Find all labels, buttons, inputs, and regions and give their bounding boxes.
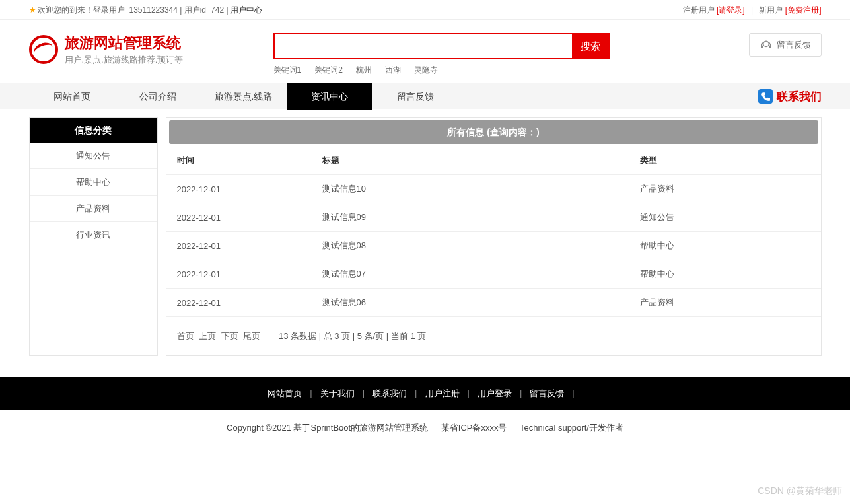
new-user-label: 新用户 [759,5,783,15]
table-row[interactable]: 2022-12-01测试信息08帮助中心 [166,232,821,260]
sidebar-item[interactable]: 行业资讯 [30,222,157,248]
separator: | [468,388,470,398]
separator: | [310,388,312,398]
sidebar-header: 信息分类 [30,118,157,143]
footer-link[interactable]: 用户注册 [425,388,460,398]
search-button[interactable]: 搜索 [572,34,609,58]
table-cell: 产品资料 [629,289,821,317]
site-title: 旅游网站管理系统 [65,33,184,53]
separator: | [520,388,522,398]
contact-us-button[interactable]: 联系我们 [758,89,822,104]
footer-nav: 网站首页|关于我们|联系我们|用户注册|用户登录|留言反馈| [0,377,850,410]
keyword-link[interactable]: 关键词1 [273,65,302,75]
feedback-label: 留言反馈 [777,39,811,51]
table-cell: 2022-12-01 [166,203,312,232]
register-link[interactable]: [免费注册] [785,5,822,15]
table-cell: 帮助中心 [629,260,821,289]
copyright-text: Copyright ©2021 基于SprintBoot的旅游网站管理系统 [227,423,428,433]
table-cell: 2022-12-01 [166,260,312,289]
welcome-text: 欢迎您的到来！登录用户=13511223344 | 用户id=742 | [38,5,230,15]
table-row[interactable]: 2022-12-01测试信息07帮助中心 [166,260,821,289]
table-row[interactable]: 2022-12-01测试信息09通知公告 [166,203,821,232]
sidebar: 信息分类 通知公告帮助中心产品资料行业资讯 [29,117,158,356]
feedback-button[interactable]: 留言反馈 [749,33,822,57]
footer-link[interactable]: 留言反馈 [530,388,564,398]
content-panel: 所有信息 (查询内容：) 时间标题类型 2022-12-01测试信息10产品资料… [166,117,822,356]
table-cell: 测试信息07 [312,260,629,289]
topbar-left: ★欢迎您的到来！登录用户=13511223344 | 用户id=742 | 用户… [29,0,262,20]
svg-rect-2 [769,46,771,48]
sidebar-item[interactable]: 通知公告 [30,143,157,169]
footer-link[interactable]: 用户登录 [478,388,512,398]
support-text: Technical support/开发作者 [520,423,623,433]
star-icon: ★ [29,5,36,15]
contact-us-label: 联系我们 [777,89,822,104]
separator: | [572,388,574,398]
nav-item[interactable]: 旅游景点.线路 [201,83,287,110]
table-row[interactable]: 2022-12-01测试信息10产品资料 [166,175,821,203]
sidebar-item[interactable]: 产品资料 [30,196,157,222]
nav-item[interactable]: 留言反馈 [372,83,458,110]
page-info: 13 条数据 | 总 3 页 | 5 条/页 | 当前 1 页 [279,331,426,341]
footer-link[interactable]: 关于我们 [320,388,355,398]
page-last[interactable]: 尾页 [243,331,260,341]
table-row[interactable]: 2022-12-01测试信息06产品资料 [166,289,821,317]
search-box: 搜索 [273,33,610,59]
icp-text: 某省ICP备xxxx号 [441,423,507,433]
page-prev[interactable]: 上页 [199,331,216,341]
table-cell: 2022-12-01 [166,175,312,203]
nav-item[interactable]: 网站首页 [29,83,115,110]
search-input[interactable] [275,34,572,58]
sidebar-item[interactable]: 帮助中心 [30,169,157,196]
separator: | [415,388,417,398]
table-cell: 测试信息09 [312,203,629,232]
separator: | [363,388,365,398]
pagination: 首页 上页 下页 尾页 13 条数据 | 总 3 页 | 5 条/页 | 当前 … [166,317,821,355]
search-keywords: 关键词1关键词2杭州西湖灵隐寺 [273,65,749,76]
info-table: 时间标题类型 2022-12-01测试信息10产品资料2022-12-01测试信… [166,147,821,317]
table-header: 标题 [312,147,629,175]
table-cell: 帮助中心 [629,232,821,260]
svg-rect-1 [761,46,763,48]
footer-link[interactable]: 网站首页 [267,388,302,398]
phone-icon [758,89,773,104]
table-cell: 测试信息06 [312,289,629,317]
keyword-link[interactable]: 关键词2 [314,65,343,75]
footer-link[interactable]: 联系我们 [372,388,407,398]
table-cell: 产品资料 [629,175,821,203]
headset-icon [760,38,773,52]
login-link[interactable]: [请登录] [717,5,745,15]
logo-area: 旅游网站管理系统 用户.景点.旅游线路推荐.预订等 [29,33,273,66]
registered-user-label: 注册用户 [683,5,715,15]
table-cell: 测试信息08 [312,232,629,260]
table-cell: 测试信息10 [312,175,629,203]
user-center-link[interactable]: 用户中心 [230,5,262,15]
keyword-link[interactable]: 灵隐寺 [414,65,438,75]
table-header: 时间 [166,147,312,175]
table-cell: 2022-12-01 [166,289,312,317]
page-first[interactable]: 首页 [177,331,194,341]
nav-item[interactable]: 公司介绍 [115,83,201,110]
separator: | [751,5,753,15]
nav-item[interactable]: 资讯中心 [287,83,372,110]
table-cell: 通知公告 [629,203,821,232]
content-header: 所有信息 (查询内容：) [169,120,818,144]
table-cell: 2022-12-01 [166,232,312,260]
topbar-right: 注册用户 [请登录] | 新用户 [免费注册] [683,0,822,20]
copyright: Copyright ©2021 基于SprintBoot的旅游网站管理系统 某省… [0,410,850,446]
logo-icon [29,35,58,64]
keyword-link[interactable]: 西湖 [385,65,401,75]
table-header: 类型 [629,147,821,175]
keyword-link[interactable]: 杭州 [356,65,372,75]
page-next[interactable]: 下页 [221,331,238,341]
site-subtitle: 用户.景点.旅游线路推荐.预订等 [65,54,184,66]
